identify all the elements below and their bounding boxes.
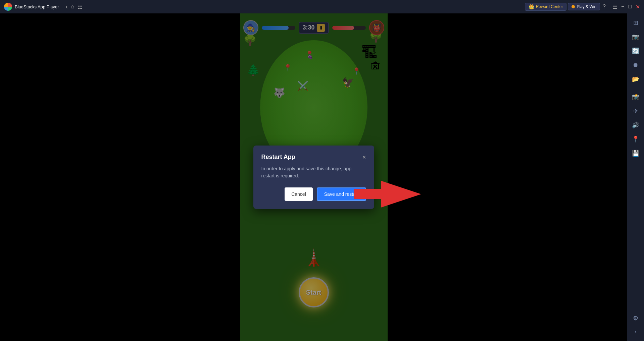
save-icon: 💾 — [632, 150, 639, 157]
sidebar-item-settings[interactable]: ⚙ — [629, 311, 642, 325]
logo-area: BlueStacks App Player — [0, 3, 63, 11]
record-icon: ⏺ — [633, 62, 639, 69]
game-area: 🌳 🌳 🌲 🏚 🏗 🧙 3:30 ⏸ 👹 ⚔️ — [240, 13, 388, 341]
sidebar-divider-1 — [631, 88, 641, 88]
save-restart-button[interactable]: Save and restart — [317, 187, 366, 201]
sidebar-item-camera[interactable]: 📸 — [629, 90, 642, 104]
dialog-close-button[interactable]: × — [362, 154, 366, 160]
sidebar-item-screenshot[interactable]: 📷 — [629, 30, 642, 44]
nav-home-icon[interactable]: ⌂ — [71, 4, 75, 10]
sidebar-divider-2 — [631, 162, 641, 162]
dialog-header: Restart App × — [261, 154, 366, 161]
multiinstance-icon: ⊞ — [633, 19, 638, 26]
bluestacks-logo-icon — [4, 3, 12, 11]
titlebar: BlueStacks App Player ‹ ⌂ ☷ 👑 Reward Cen… — [0, 0, 644, 13]
settings-icon: ⚙ — [633, 315, 638, 322]
menu-icon[interactable]: ☰ — [611, 4, 618, 10]
sidebar-bottom: ⚙ › — [629, 311, 642, 338]
main-area: 🌳 🌳 🌲 🏚 🏗 🧙 3:30 ⏸ 👹 ⚔️ — [0, 13, 627, 341]
nav-multiinstance-icon[interactable]: ☷ — [78, 4, 82, 10]
screenshot-icon: 📷 — [632, 33, 639, 41]
sidebar-item-record[interactable]: ⏺ — [629, 58, 642, 72]
modal-overlay: Restart App × In order to apply and save… — [240, 13, 388, 341]
nav-icons: ‹ ⌂ ☷ — [66, 3, 83, 10]
sidebar-item-location[interactable]: 📍 — [629, 132, 642, 146]
sidebar-item-volume[interactable]: 🔊 — [629, 118, 642, 132]
help-icon[interactable]: ? — [601, 4, 607, 10]
sidebar-item-multiinstance[interactable]: ⊞ — [629, 16, 642, 30]
reward-center-button[interactable]: 👑 Reward Center — [525, 3, 567, 11]
volume-icon: 🔊 — [632, 121, 639, 129]
sidebar-item-airplane[interactable]: ✈ — [629, 104, 642, 118]
reward-center-label: Reward Center — [536, 4, 563, 9]
play-win-dot — [572, 5, 575, 8]
app-name: BlueStacks App Player — [15, 4, 59, 9]
maximize-icon[interactable]: □ — [627, 4, 633, 10]
crown-icon: 👑 — [529, 4, 534, 9]
close-icon[interactable]: ✕ — [634, 4, 641, 10]
restart-dialog: Restart App × In order to apply and save… — [253, 146, 374, 209]
sidebar-item-save[interactable]: 💾 — [629, 147, 642, 160]
play-win-label: Play & Win — [577, 4, 596, 9]
right-area: 👑 Reward Center Play & Win ? ☰ − □ ✕ — [525, 3, 644, 11]
sidebar-item-rotate[interactable]: 🔄 — [629, 44, 642, 58]
rotate-icon: 🔄 — [632, 47, 639, 55]
window-controls: ☰ − □ ✕ — [611, 4, 641, 10]
nav-back-icon[interactable]: ‹ — [66, 3, 68, 10]
airplane-icon: ✈ — [633, 107, 638, 115]
minimize-icon[interactable]: − — [620, 4, 626, 10]
macro-icon: 📂 — [632, 75, 639, 83]
location-icon: 📍 — [632, 135, 639, 143]
camera-icon: 📸 — [632, 93, 639, 101]
right-sidebar: ⊞ 📷 🔄 ⏺ 📂 📸 ✈ 🔊 📍 💾 ⚙ › — [627, 13, 644, 341]
dialog-title: Restart App — [261, 154, 295, 161]
dialog-actions: Cancel Save and restart — [261, 187, 366, 201]
collapse-icon: › — [635, 328, 637, 335]
cancel-button[interactable]: Cancel — [285, 187, 313, 201]
sidebar-item-macro[interactable]: 📂 — [629, 72, 642, 86]
play-win-button[interactable]: Play & Win — [568, 3, 600, 10]
sidebar-item-collapse[interactable]: › — [629, 325, 642, 338]
dialog-body: In order to apply and save this change, … — [261, 165, 366, 179]
